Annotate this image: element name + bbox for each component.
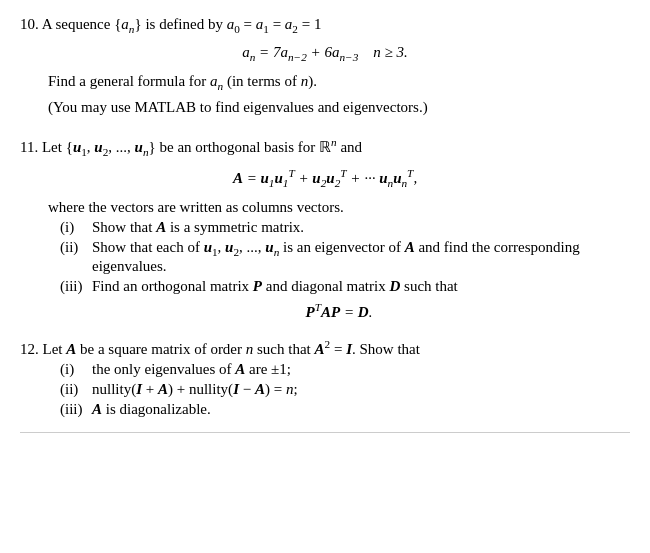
- problem-11-sub-i: (i) Show that A is a symmetric matrix.: [48, 219, 630, 236]
- sub-text-11-i: Show that A is a symmetric matrix.: [92, 219, 304, 236]
- sub-label-11-iii: (iii): [60, 278, 88, 295]
- sub-label-11-i: (i): [60, 219, 88, 236]
- problem-11-number: 11.: [20, 139, 38, 155]
- problem-11-sub-ii: (ii) Show that each of u1, u2, ..., un i…: [48, 239, 630, 275]
- sub-label-12-ii: (ii): [60, 381, 88, 398]
- problem-12-header: 12. Let A be a square matrix of order n …: [20, 335, 630, 361]
- sub-text-12-ii: nullity(I + A) + nullity(I − A) = n;: [92, 381, 298, 398]
- problem-10-line1: Find a general formula for an (in terms …: [48, 69, 630, 95]
- problem-11-header: 11. Let {u1, u2, ..., un} be an orthogon…: [20, 133, 630, 161]
- problem-11-columns-line: where the vectors are written as columns…: [48, 195, 630, 219]
- problem-11: 11. Let {u1, u2, ..., un} be an orthogon…: [20, 133, 630, 321]
- problem-12-number: 12.: [20, 341, 39, 357]
- problem-12-sub-iii: (iii) A is diagonalizable.: [48, 401, 630, 418]
- problem-11-pap-formula: PTAP = D.: [48, 301, 630, 321]
- problem-10-formula: an = 7an−2 + 6an−3 n ≥ 3.: [20, 44, 630, 63]
- problem-12-sub-ii: (ii) nullity(I + A) + nullity(I − A) = n…: [48, 381, 630, 398]
- problem-10-number: 10.: [20, 16, 39, 32]
- problem-10-line2: (You may use MATLAB to find eigenvalues …: [48, 95, 630, 119]
- problem-11-sub-iii: (iii) Find an orthogonal matrix P and di…: [48, 278, 630, 295]
- problem-10-header: 10. A sequence {an} is defined by a0 = a…: [20, 12, 630, 38]
- sub-text-12-iii: A is diagonalizable.: [92, 401, 211, 418]
- problem-12: 12. Let A be a square matrix of order n …: [20, 335, 630, 418]
- sub-label-11-ii: (ii): [60, 239, 88, 256]
- problem-12-sub-i: (i) the only eigenvalues of A are ±1;: [48, 361, 630, 378]
- problem-11-formula: A = u1u1T + u2u2T + ··· ununT,: [20, 167, 630, 189]
- sub-label-12-i: (i): [60, 361, 88, 378]
- problem-10: 10. A sequence {an} is defined by a0 = a…: [20, 12, 630, 119]
- problem-12-body: (i) the only eigenvalues of A are ±1; (i…: [20, 361, 630, 418]
- sub-text-11-iii: Find an orthogonal matrix P and diagonal…: [92, 278, 458, 295]
- bottom-divider: [20, 432, 630, 433]
- problem-11-body: where the vectors are written as columns…: [20, 195, 630, 321]
- sub-text-12-i: the only eigenvalues of A are ±1;: [92, 361, 291, 378]
- problem-10-body: Find a general formula for an (in terms …: [20, 69, 630, 119]
- sub-label-12-iii: (iii): [60, 401, 88, 418]
- sub-text-11-ii: Show that each of u1, u2, ..., un is an …: [92, 239, 630, 275]
